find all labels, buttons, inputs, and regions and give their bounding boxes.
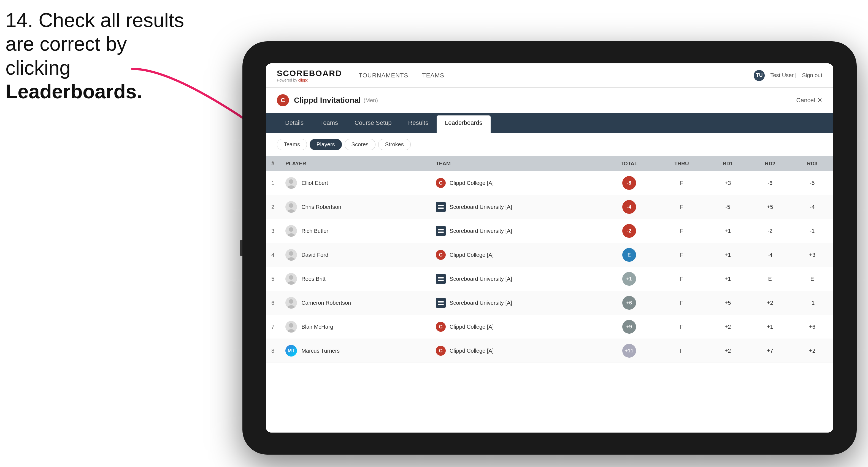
col-rd1: RD1	[707, 156, 749, 171]
table-row: 4David FordCClippd College [A]EF+1-4+3	[266, 243, 833, 267]
cell-team: CClippd College [A]	[430, 243, 601, 267]
cell-rank: 4	[266, 243, 280, 267]
cell-team: Scoreboard University [A]	[430, 195, 601, 219]
tab-details[interactable]: Details	[277, 113, 312, 133]
player-name: Elliot Ebert	[301, 180, 328, 186]
table-row: 2Chris RobertsonScoreboard University [A…	[266, 195, 833, 219]
cell-rank: 5	[266, 267, 280, 291]
annotation-text: 14. Check all results are correct by cli…	[5, 8, 193, 103]
tablet-frame: SCOREBOARD Powered by clippd TOURNAMENTS…	[242, 41, 857, 455]
cell-thru: F	[656, 219, 707, 243]
tab-course-setup[interactable]: Course Setup	[346, 113, 400, 133]
team-logo-icon	[436, 202, 446, 212]
cell-rd3: +3	[791, 243, 833, 267]
navbar: SCOREBOARD Powered by clippd TOURNAMENTS…	[266, 63, 833, 88]
filter-teams[interactable]: Teams	[277, 139, 307, 150]
cell-rd2: +7	[749, 339, 791, 363]
cell-total: +11	[601, 339, 656, 363]
player-name: Chris Robertson	[301, 204, 341, 210]
nav-links: TOURNAMENTS TEAMS	[359, 71, 754, 80]
cell-rd1: +2	[707, 339, 749, 363]
avatar: TU	[754, 70, 765, 81]
filter-scores[interactable]: Scores	[345, 139, 375, 150]
col-team: TEAM	[430, 156, 601, 171]
cell-rd1: +5	[707, 291, 749, 315]
tablet-screen: SCOREBOARD Powered by clippd TOURNAMENTS…	[266, 63, 833, 433]
score-badge: -8	[622, 176, 636, 190]
player-name: Rees Britt	[301, 276, 326, 282]
svg-point-1	[289, 179, 293, 184]
col-thru: THRU	[656, 156, 707, 171]
results-table: # PLAYER TEAM TOTAL THRU RD1 RD2 RD3 1El…	[266, 156, 833, 363]
cell-total: +9	[601, 315, 656, 339]
team-logo-icon: C	[436, 178, 446, 188]
signout-link[interactable]: Sign out	[802, 72, 822, 79]
svg-point-11	[289, 299, 293, 304]
score-badge: +6	[622, 296, 636, 310]
col-player: PLAYER	[280, 156, 430, 171]
team-name: Clippd College [A]	[450, 324, 494, 330]
user-text: Test User |	[770, 72, 796, 79]
cell-rd2: -4	[749, 243, 791, 267]
filter-bar: Teams Players Scores Strokes	[266, 133, 833, 156]
cell-rank: 6	[266, 291, 280, 315]
cancel-button[interactable]: Cancel ✕	[796, 97, 822, 104]
logo-sub: Powered by clippd	[277, 78, 342, 82]
tab-teams[interactable]: Teams	[312, 113, 346, 133]
cell-total: -4	[601, 195, 656, 219]
cell-thru: F	[656, 339, 707, 363]
svg-point-2	[287, 185, 295, 189]
tab-leaderboards[interactable]: Leaderboards	[437, 116, 491, 133]
cell-total: -8	[601, 171, 656, 195]
tournament-icon: C	[277, 94, 289, 106]
cell-rd3: -4	[791, 195, 833, 219]
avatar	[285, 249, 297, 261]
cell-rank: 8	[266, 339, 280, 363]
cell-thru: F	[656, 243, 707, 267]
cell-rank: 1	[266, 171, 280, 195]
cell-thru: F	[656, 195, 707, 219]
svg-point-7	[289, 251, 293, 256]
cell-total: -2	[601, 219, 656, 243]
cell-team: Scoreboard University [A]	[430, 291, 601, 315]
cell-rd2: -2	[749, 219, 791, 243]
svg-point-9	[289, 275, 293, 280]
filter-players[interactable]: Players	[310, 139, 342, 150]
avatar	[285, 273, 297, 285]
tablet-side-button	[240, 240, 242, 256]
nav-teams[interactable]: TEAMS	[422, 71, 444, 80]
cell-player: Rees Britt	[280, 267, 430, 291]
team-logo-icon: C	[436, 322, 446, 332]
table-row: 1Elliot EbertCClippd College [A]-8F+3-6-…	[266, 171, 833, 195]
col-total: TOTAL	[601, 156, 656, 171]
col-rd3: RD3	[791, 156, 833, 171]
player-name: Rich Butler	[301, 228, 328, 234]
tab-results[interactable]: Results	[400, 113, 437, 133]
col-rank: #	[266, 156, 280, 171]
tab-bar: Details Teams Course Setup Results Leade…	[266, 113, 833, 133]
table-row: 3Rich ButlerScoreboard University [A]-2F…	[266, 219, 833, 243]
cell-team: Scoreboard University [A]	[430, 267, 601, 291]
cell-rd2: +1	[749, 315, 791, 339]
cell-rank: 3	[266, 219, 280, 243]
avatar	[285, 201, 297, 213]
annotation-line2: are correct by clicking	[5, 33, 127, 79]
cell-team: CClippd College [A]	[430, 339, 601, 363]
cell-rd1: +1	[707, 267, 749, 291]
svg-point-4	[287, 209, 295, 213]
cell-rank: 7	[266, 315, 280, 339]
cell-team: CClippd College [A]	[430, 171, 601, 195]
nav-tournaments[interactable]: TOURNAMENTS	[359, 71, 408, 80]
cell-thru: F	[656, 291, 707, 315]
team-logo-icon: C	[436, 250, 446, 260]
team-logo-icon	[436, 274, 446, 284]
team-name: Scoreboard University [A]	[450, 204, 512, 210]
cell-player: Chris Robertson	[280, 195, 430, 219]
leaderboard-table: # PLAYER TEAM TOTAL THRU RD1 RD2 RD3 1El…	[266, 156, 833, 433]
svg-point-6	[287, 234, 295, 237]
avatar	[285, 297, 297, 309]
avatar	[285, 321, 297, 333]
filter-strokes[interactable]: Strokes	[378, 139, 411, 150]
svg-point-10	[287, 281, 295, 285]
player-name: Blair McHarg	[301, 324, 333, 330]
